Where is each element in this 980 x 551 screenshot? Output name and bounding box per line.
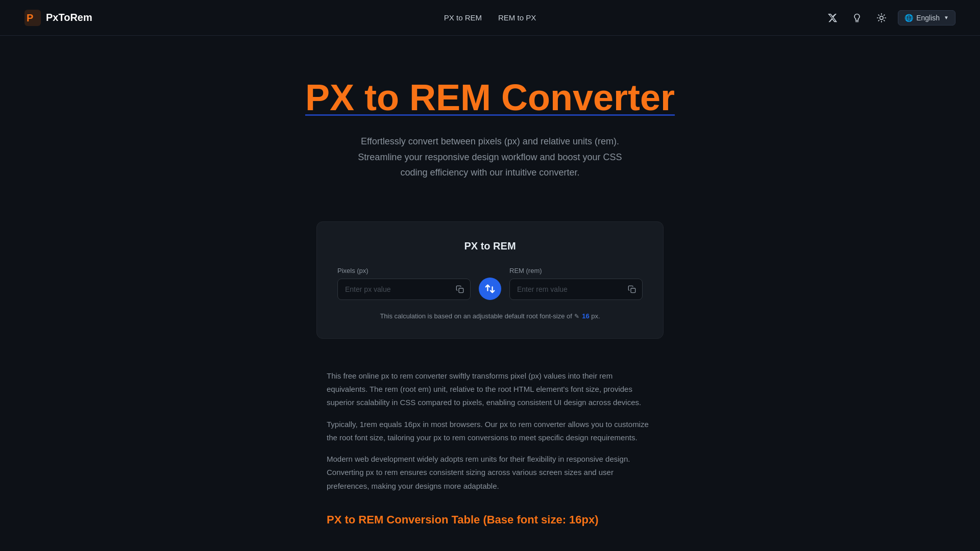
language-label: English [916,14,940,22]
svg-text:P: P [27,12,33,23]
converter-wrapper: PX to REM Pixels (px) [0,201,980,349]
sun-icon [876,13,887,23]
svg-line-8 [884,20,885,20]
svg-line-10 [884,15,885,15]
nav-links: PX to REM REM to PX [444,13,536,22]
bulb-button[interactable] [849,10,865,26]
hero-title: PX to REM Converter [305,77,675,118]
nav-actions: 🌐 English ▼ [824,10,955,26]
table-section: PX to REM Conversion Table (Base font si… [316,513,664,527]
px-input[interactable] [338,279,450,299]
logo-icon: P [24,10,41,26]
swap-icon [484,283,496,294]
theme-toggle-button[interactable] [873,10,890,26]
svg-point-2 [880,16,884,19]
table-heading: PX to REM Conversion Table (Base font si… [327,513,653,527]
rem-input-wrap [509,279,643,300]
rem-label: REM (rem) [509,267,643,274]
svg-line-9 [878,20,879,20]
hero-subtitle: Effortlessly convert between pixels (px)… [316,134,664,181]
language-selector[interactable]: 🌐 English ▼ [898,10,955,26]
body-paragraph-2: Typically, 1rem equals 16px in most brow… [327,418,653,445]
copy-rem-icon [628,285,636,293]
logo-area: P PxToRem [24,10,92,26]
rem-input[interactable] [510,279,622,299]
nav-link-px-to-rem[interactable]: PX to REM [444,13,482,22]
svg-rect-12 [631,288,635,293]
bulb-icon [852,13,862,23]
chevron-down-icon: ▼ [944,15,949,20]
body-text-section: This free online px to rem converter swi… [316,369,664,493]
copy-px-button[interactable] [450,285,470,293]
px-label: Pixels (px) [337,267,471,274]
converter-title: PX to REM [337,240,643,252]
swap-button[interactable] [479,278,501,300]
font-size-value[interactable]: 16 [582,312,589,320]
font-size-note: This calculation is based on an adjustab… [337,312,643,320]
copy-px-icon [456,285,464,293]
hero-section: PX to REM Converter Effortlessly convert… [0,36,980,201]
rem-field-group: REM (rem) [509,267,643,300]
body-paragraph-3: Modern web development widely adopts rem… [327,453,653,493]
copy-rem-button[interactable] [622,285,642,293]
svg-line-7 [878,15,879,15]
logo-text: PxToRem [46,12,92,23]
converter-card: PX to REM Pixels (px) [316,221,664,339]
twitter-button[interactable] [824,10,841,26]
body-paragraph-1: This free online px to rem converter swi… [327,369,653,410]
px-input-wrap [337,279,471,300]
svg-rect-11 [459,288,463,293]
edit-pencil-icon: ✎ [574,313,579,320]
navbar: P PxToRem PX to REM REM to PX [0,0,980,36]
lang-flag-icon: 🌐 [904,14,913,22]
converter-fields: Pixels (px) [337,266,643,300]
x-icon [827,13,838,23]
nav-link-rem-to-px[interactable]: REM to PX [498,13,536,22]
px-field-group: Pixels (px) [337,267,471,300]
